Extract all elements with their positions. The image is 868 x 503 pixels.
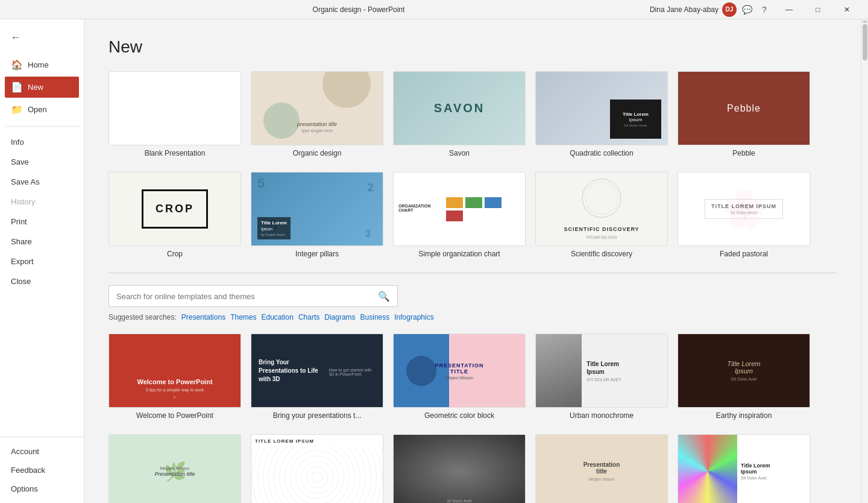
template-name-earthy: Earthy inspiration <box>716 411 772 420</box>
template-thumb-simple-org: ORGANIZATION CHART <box>393 172 526 246</box>
home-icon: 🏠 <box>11 59 22 71</box>
template-simple-org[interactable]: ORGANIZATION CHART Simple organization c… <box>393 172 526 258</box>
back-button[interactable]: ← <box>5 27 27 48</box>
search-input[interactable] <box>116 292 376 301</box>
sidebar-item-home[interactable]: 🏠 Home <box>5 54 79 75</box>
template-thumb-faded: 🌸 TITLE LOREM IPSUM Sit Dolor Amet <box>678 172 810 246</box>
suggested-themes[interactable]: Themes <box>230 313 256 321</box>
template-thumb-integer: 5 2 8 3 Title Lorem Ipsum by Grace Anon <box>251 172 383 246</box>
suggested-label: Suggested searches: <box>108 313 177 321</box>
template-dog[interactable]: TITLE LOREM IPSUM sit Dolor Avet TITLE L… <box>393 434 526 503</box>
template-thumb-crop: CROP <box>108 172 241 246</box>
titlebar-title: Organic design - PowerPoint <box>313 5 405 14</box>
titlebar-right: Dina Jane Abay-abay DJ 💬 ? — □ ✕ <box>650 0 861 19</box>
sidebar-divider-1 <box>5 126 79 127</box>
template-pattern[interactable]: TITLE LOREM IPSUM TITLE LOREM IPSUM <box>251 434 383 503</box>
template-pebble[interactable]: Pebble Pebble <box>678 71 810 157</box>
template-urban[interactable]: Title LoremIpsum SIT DOLOR AVET Urban mo… <box>535 334 668 420</box>
template-earthy[interactable]: Title LoremIpsum Sit Dolor Avet Earthy i… <box>678 334 810 420</box>
template-name-welcome: Welcome to PowerPoint <box>136 411 213 420</box>
sidebar-item-save-as[interactable]: Save As <box>5 172 79 191</box>
template-blank[interactable]: Blank Presentation <box>108 71 241 157</box>
template-name-faded: Faded pastoral <box>720 250 768 258</box>
suggested-business[interactable]: Business <box>360 313 390 321</box>
user-name: Dina Jane Abay-abay <box>650 5 719 14</box>
avatar: DJ <box>722 2 737 17</box>
template-colorful[interactable]: Title Lorem Ipsum Sit Dolor Avet Title L… <box>678 434 810 503</box>
suggested-diagrams[interactable]: Diagrams <box>324 313 355 321</box>
template-thumb-colorful: Title Lorem Ipsum Sit Dolor Avet <box>678 434 810 503</box>
comment-icon[interactable]: 💬 <box>741 4 753 16</box>
scrollbar[interactable] <box>861 19 868 503</box>
sidebar-item-options[interactable]: Options <box>5 479 79 498</box>
sidebar-item-new-label: New <box>28 83 43 92</box>
template-name-geometric: Geometric color block <box>424 411 494 420</box>
sidebar-item-close[interactable]: Close <box>5 272 79 291</box>
template-bring3d[interactable]: Bring Your Presentations to Life with 3D… <box>251 334 383 420</box>
template-name-simple-org: Simple organization chart <box>418 250 500 258</box>
template-thumb-savon: SAVON <box>393 71 526 145</box>
template-thumb-dog: TITLE LOREM IPSUM sit Dolor Avet <box>393 434 526 503</box>
template-quadratic[interactable]: Title Lorem Ipsum Sit Dolor Amet Quadrat… <box>535 71 668 157</box>
user-info[interactable]: Dina Jane Abay-abay DJ <box>650 2 737 17</box>
search-section: 🔍 Suggested searches: Presentations Them… <box>108 285 837 321</box>
template-thumb-nature: 🌿 Mujam Nilson Presentation title <box>108 434 241 503</box>
template-thumb-pebble: Pebble <box>678 71 810 145</box>
suggested-searches: Suggested searches: Presentations Themes… <box>108 313 837 321</box>
template-organic[interactable]: presentation title type slogan here Orga… <box>251 71 383 157</box>
search-button[interactable]: 🔍 <box>376 288 392 305</box>
template-geometric[interactable]: PRESENTATION TITLE Mirjam Nilsson Geomet… <box>393 334 526 420</box>
main-content: New Blank Presentation presentation titl… <box>84 19 861 503</box>
sidebar-item-history: History <box>5 192 79 211</box>
template-thumb-welcome: Welcome to PowerPoint 5 tips for a simpl… <box>108 334 241 408</box>
suggested-infographics[interactable]: Infographics <box>394 313 433 321</box>
template-name-organic: Organic design <box>293 149 342 157</box>
template-faded[interactable]: 🌸 TITLE LOREM IPSUM Sit Dolor Amet Faded… <box>678 172 810 258</box>
page-title: New <box>108 37 837 57</box>
search-bar: 🔍 <box>108 285 398 307</box>
template-thumb-bring3d: Bring Your Presentations to Life with 3D… <box>251 334 383 408</box>
template-thumb-scientific: SCIENTIFIC DISCOVERY PICAM NILSON <box>535 172 668 246</box>
online-template-grid-row1: Welcome to PowerPoint 5 tips for a simpl… <box>108 334 837 420</box>
sidebar-item-export[interactable]: Export <box>5 252 79 271</box>
sidebar-item-open-label: Open <box>28 105 47 114</box>
scrollbar-thumb[interactable] <box>863 24 867 60</box>
template-name-bring3d: Bring your presentations t... <box>273 411 362 420</box>
template-grid-row1: Blank Presentation presentation title ty… <box>108 71 837 157</box>
template-thumb-pattern: TITLE LOREM IPSUM <box>251 434 383 503</box>
sidebar-item-feedback[interactable]: Feedback <box>5 461 79 479</box>
template-grid-row2: CROP Crop 5 2 8 3 Title Lorem <box>108 172 837 258</box>
sidebar-item-home-label: Home <box>28 60 49 69</box>
new-icon: 📄 <box>11 81 22 93</box>
suggested-charts[interactable]: Charts <box>298 313 319 321</box>
template-name-integer: Integer pillars <box>295 250 339 258</box>
template-minimal[interactable]: Presentationtitle Mirjam Nilson Presenta… <box>535 434 668 503</box>
template-name-scientific: Scientific discovery <box>571 250 632 258</box>
sidebar-item-open[interactable]: 📁 Open <box>5 99 79 120</box>
section-divider <box>108 273 837 273</box>
template-thumb-organic: presentation title type slogan here <box>251 71 383 145</box>
maximize-button[interactable]: □ <box>804 0 832 19</box>
template-scientific[interactable]: SCIENTIFIC DISCOVERY PICAM NILSON Scient… <box>535 172 668 258</box>
template-savon[interactable]: SAVON Savon <box>393 71 526 157</box>
sidebar-item-info[interactable]: Info <box>5 133 79 151</box>
sidebar-top: ← 🏠 Home 📄 New 📁 Open Info Save Save As … <box>0 19 84 437</box>
template-integer[interactable]: 5 2 8 3 Title Lorem Ipsum by Grace Anon … <box>251 172 383 258</box>
template-crop[interactable]: CROP Crop <box>108 172 241 258</box>
sidebar-item-share[interactable]: Share <box>5 232 79 251</box>
template-name-pebble: Pebble <box>732 149 755 157</box>
minimize-button[interactable]: — <box>775 0 803 19</box>
sidebar-item-print[interactable]: Print <box>5 212 79 231</box>
sidebar-item-new[interactable]: 📄 New <box>5 77 79 98</box>
suggested-presentations[interactable]: Presentations <box>181 313 225 321</box>
window-controls: — □ ✕ <box>775 0 861 19</box>
template-nature[interactable]: 🌿 Mujam Nilson Presentation title Presen… <box>108 434 241 503</box>
sidebar: ← 🏠 Home 📄 New 📁 Open Info Save Save As … <box>0 19 84 503</box>
close-button[interactable]: ✕ <box>833 0 861 19</box>
template-welcome[interactable]: Welcome to PowerPoint 5 tips for a simpl… <box>108 334 241 420</box>
suggested-education[interactable]: Education <box>262 313 294 321</box>
help-icon[interactable]: ? <box>758 4 770 16</box>
open-icon: 📁 <box>11 104 22 115</box>
sidebar-item-account[interactable]: Account <box>5 442 79 461</box>
sidebar-item-save[interactable]: Save <box>5 153 79 171</box>
